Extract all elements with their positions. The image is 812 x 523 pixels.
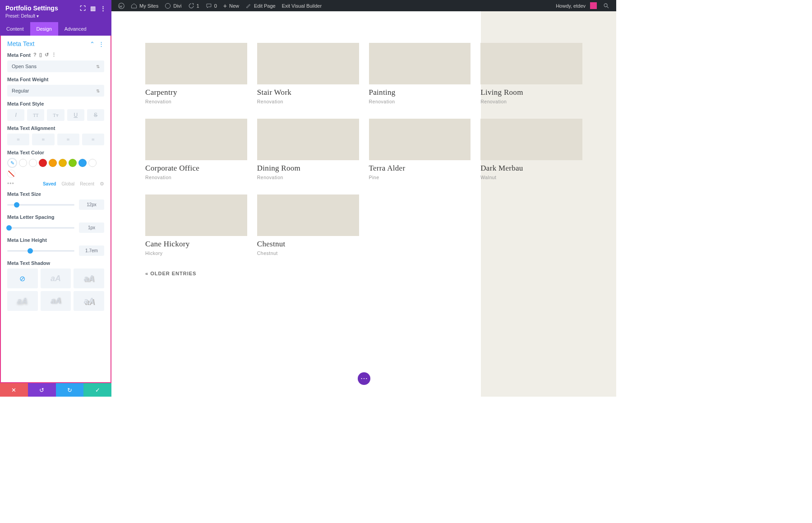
portfolio-thumb <box>257 119 359 160</box>
older-entries-link[interactable]: « OLDER ENTRIES <box>145 271 196 276</box>
style-smallcaps[interactable]: Tᴛ <box>47 109 64 121</box>
swatch[interactable] <box>39 159 47 167</box>
portfolio-item[interactable]: Stair WorkRenovation <box>257 43 359 104</box>
svg-point-2 <box>604 4 607 7</box>
ab-my-sites[interactable]: My Sites <box>128 0 161 11</box>
swatch[interactable] <box>49 159 57 167</box>
portfolio-item[interactable]: PaintingRenovation <box>369 43 471 104</box>
portfolio-meta: Renovation <box>257 175 359 180</box>
swatch[interactable] <box>29 159 37 167</box>
portfolio-item[interactable]: Cane HickoryHickory <box>145 194 247 256</box>
section-more-icon[interactable]: ⋮ <box>98 41 104 47</box>
divi-fab[interactable]: ⋯ <box>358 372 370 385</box>
tab-design[interactable]: Design <box>30 22 58 36</box>
ab-updates[interactable]: 1 <box>185 0 203 11</box>
portfolio-title: Carpentry <box>145 88 247 97</box>
tab-content[interactable]: Content <box>0 22 30 36</box>
align-right[interactable]: ≡ <box>57 134 79 145</box>
shadow-none[interactable]: ⊘ <box>7 268 38 288</box>
ab-comments[interactable]: 0 <box>203 0 220 11</box>
shadow-preset[interactable]: aA <box>74 268 104 288</box>
style-underline[interactable]: U <box>67 109 84 121</box>
svg-point-1 <box>166 3 171 8</box>
wp-admin-bar: My Sites Divi 1 0 +New Edit Page Exit Vi… <box>111 0 616 11</box>
swatch[interactable] <box>19 159 27 167</box>
help-icon[interactable]: ? <box>33 52 37 58</box>
section-title[interactable]: Meta Text ⌃ ⋮ <box>7 40 104 47</box>
shadow-preset[interactable]: aA <box>7 291 38 311</box>
redo-button[interactable]: ↻ <box>56 383 84 397</box>
ab-howdy[interactable]: Howdy, etdev <box>553 0 600 11</box>
palette-tab-saved[interactable]: Saved <box>43 181 56 186</box>
portfolio-item[interactable]: CarpentryRenovation <box>145 43 247 104</box>
slider-size[interactable] <box>7 201 74 209</box>
panel-header: Portfolio Settings ⛶ ▥ ⋮ Preset: Default… <box>0 0 111 22</box>
palette-tab-recent[interactable]: Recent <box>80 181 94 186</box>
shadow-preset[interactable]: aA <box>41 268 71 288</box>
label-meta-style: Meta Font Style <box>7 101 104 106</box>
label-meta-shadow: Meta Text Shadow <box>7 260 104 266</box>
select-meta-weight[interactable]: Regular⇅ <box>7 85 104 97</box>
panel-body[interactable]: Meta Text ⌃ ⋮ Meta Font ? ▯ ↺ ⋮ Open San… <box>0 36 111 383</box>
ab-wp-logo[interactable] <box>115 0 128 11</box>
portfolio-item[interactable]: Living RoomRenovation <box>480 43 582 104</box>
ab-divi[interactable]: Divi <box>161 0 185 11</box>
label-meta-align: Meta Text Alignment <box>7 125 104 131</box>
style-italic[interactable]: I <box>7 109 24 121</box>
shadow-preset[interactable]: aA <box>41 291 71 311</box>
label-meta-lineheight: Meta Line Height <box>7 237 104 243</box>
portfolio-item[interactable]: Corporate OfficeRenovation <box>145 119 247 180</box>
tab-advanced[interactable]: Advanced <box>58 22 93 36</box>
portfolio-thumb <box>480 119 582 160</box>
gear-icon[interactable]: ⚙ <box>100 181 104 187</box>
ab-edit-page[interactable]: Edit Page <box>242 0 279 11</box>
more-v-icon[interactable]: ⋮ <box>100 5 106 12</box>
palette-tab-global[interactable]: Global <box>61 181 74 186</box>
swatch[interactable] <box>78 159 87 167</box>
ab-exit-vb[interactable]: Exit Visual Builder <box>279 0 325 11</box>
portfolio-item[interactable]: Dark MerbauWalnut <box>480 119 582 180</box>
label-meta-size: Meta Text Size <box>7 191 104 197</box>
reset-icon[interactable]: ↺ <box>45 52 49 58</box>
field-more-icon[interactable]: ⋮ <box>51 52 56 58</box>
palette-more[interactable]: ••• <box>7 181 14 187</box>
shadow-preset[interactable]: aA <box>74 291 104 311</box>
portfolio-meta: Pine <box>369 175 471 180</box>
align-justify[interactable]: ≡ <box>82 134 104 145</box>
swatch[interactable] <box>69 159 77 167</box>
preset-select[interactable]: Preset: Default▾ <box>5 14 106 19</box>
swatch[interactable] <box>59 159 67 167</box>
portfolio-item[interactable]: Terra AlderPine <box>369 119 471 180</box>
ab-search[interactable] <box>600 0 613 11</box>
scan-icon[interactable]: ⛶ <box>80 5 86 12</box>
align-left[interactable]: ≡ <box>7 134 29 145</box>
portfolio-thumb <box>257 194 359 236</box>
collapse-icon[interactable]: ⌃ <box>90 41 95 47</box>
panel-title: Portfolio Settings ⛶ ▥ ⋮ <box>5 5 106 12</box>
save-button[interactable]: ✓ <box>83 383 111 397</box>
cancel-button[interactable]: ✕ <box>0 383 28 397</box>
responsive-icon[interactable]: ▯ <box>39 52 42 58</box>
style-uppercase[interactable]: TT <box>27 109 44 121</box>
portfolio-item[interactable]: Dining RoomRenovation <box>257 119 359 180</box>
swatch[interactable] <box>88 159 97 167</box>
slider-lineheight[interactable] <box>7 247 74 255</box>
layout-icon[interactable]: ▥ <box>90 5 96 12</box>
color-picker[interactable]: ✎ <box>7 158 17 168</box>
portfolio-meta: Walnut <box>480 175 582 180</box>
style-strike[interactable]: S <box>87 109 104 121</box>
select-meta-font[interactable]: Open Sans⇅ <box>7 60 104 72</box>
value-lineheight[interactable]: 1.7em <box>79 245 104 256</box>
page-canvas: CarpentryRenovation Stair WorkRenovation… <box>111 11 616 397</box>
portfolio-item[interactable]: ChestnutChestnut <box>257 194 359 256</box>
align-center[interactable]: ≡ <box>32 134 54 145</box>
portfolio-title: Corporate Office <box>145 164 247 173</box>
portfolio-title: Terra Alder <box>369 164 471 173</box>
portfolio-thumb <box>145 119 247 160</box>
undo-button[interactable]: ↺ <box>28 383 56 397</box>
ab-new[interactable]: +New <box>220 0 242 11</box>
value-spacing[interactable]: 1px <box>79 222 104 233</box>
slider-spacing[interactable] <box>7 224 74 232</box>
swatch-none[interactable] <box>7 170 15 178</box>
value-size[interactable]: 12px <box>79 199 104 210</box>
